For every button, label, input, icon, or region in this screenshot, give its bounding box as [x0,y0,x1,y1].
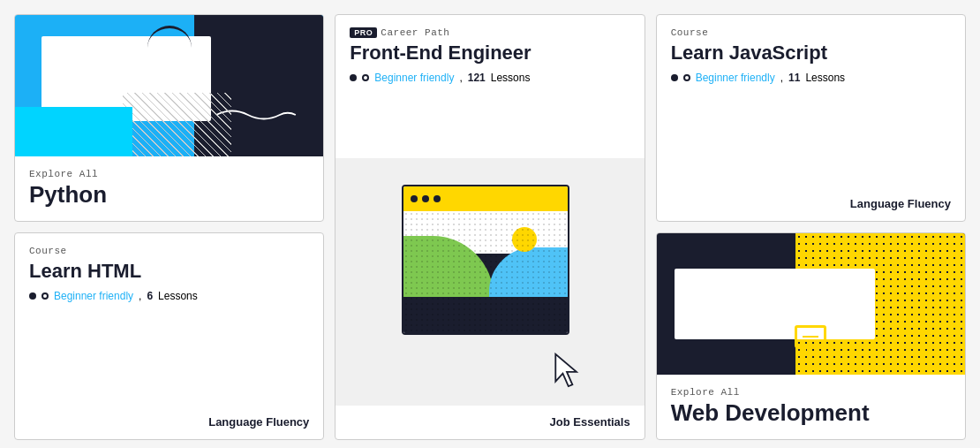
javascript-card-label: Course [671,27,951,38]
frontend-card-meta: Beginner friendly, 121 Lessons [350,72,629,84]
javascript-difficulty: Beginner friendly [696,72,775,84]
html-card-meta: Beginner friendly, 6 Lessons [29,290,309,302]
scene-dots-overlay [403,211,568,333]
javascript-card-meta: Beginner friendly, 11 Lessons [671,72,951,84]
monitor-stand-icon [803,348,818,355]
webdev-white-panel [675,269,875,339]
javascript-card[interactable]: Course Learn JavaScript Beginner friendl… [656,14,966,222]
pro-badge: PRO [350,27,377,38]
webdev-explore-label: Explore All [671,387,951,398]
frontend-card-label: PROCareer Path [350,27,629,38]
frontend-card-header: PROCareer Path Front-End Engineer Beginn… [335,15,644,158]
frontend-lessons-label: Lessons [491,72,531,84]
python-card-body: Explore All Python [15,156,323,221]
frontend-footer-label: Job Essentials [550,415,630,429]
python-card[interactable]: Explore All Python [14,14,324,222]
js-dot-empty-icon [683,74,690,81]
html-lessons-label: Lessons [158,290,198,302]
html-card-body: Course Learn HTML Beginner friendly, 6 L… [15,233,323,332]
browser-titlebar [403,186,568,211]
browser-content [403,211,568,333]
monitor-icon [795,325,826,348]
frontend-difficulty: Beginner friendly [374,72,454,84]
javascript-lessons-label: Lessons [805,72,845,84]
frontend-card[interactable]: PROCareer Path Front-End Engineer Beginn… [335,14,645,440]
browser-dot-2 [422,195,429,202]
webdev-card[interactable]: Explore All Web Development [656,232,966,440]
webdev-card-title: Web Development [671,399,951,427]
frontend-card-footer: Job Essentials [335,406,644,439]
frontend-card-title: Front-End Engineer [350,42,629,65]
python-card-title: Python [29,181,309,209]
html-card-label: Course [29,246,309,256]
browser-window [402,185,569,335]
frontend-illustration [335,158,644,406]
javascript-footer-label: Language Fluency [850,197,951,210]
html-card[interactable]: Course Learn HTML Beginner friendly, 6 L… [14,232,324,440]
html-dot-empty-icon [41,292,49,300]
html-dot-filled-icon [29,292,36,300]
javascript-lessons-count: 11 [788,72,800,84]
card-grid: Explore All Python PROCareer Path Front-… [14,14,966,440]
html-card-footer: Language Fluency [15,406,323,439]
javascript-card-footer: Language Fluency [657,187,965,221]
html-footer-label: Language Fluency [208,415,309,429]
html-difficulty: Beginner friendly [54,290,133,302]
dot-empty-icon [362,74,369,81]
webdev-card-body: Explore All Web Development [657,375,965,439]
js-dot-filled-icon [671,74,678,81]
dot-filled-icon [350,74,357,81]
browser-dot-3 [433,195,441,202]
html-lessons-count: 6 [147,290,153,302]
browser-dot-1 [411,195,418,202]
javascript-card-title: Learn JavaScript [671,42,951,65]
cursor-icon [551,353,583,388]
webdev-card-image [657,233,965,375]
browser-scene [402,185,578,379]
python-explore-label: Explore All [29,169,309,179]
javascript-card-body: Course Learn JavaScript Beginner friendl… [657,15,965,114]
svg-marker-0 [555,354,577,386]
frontend-lessons-count: 121 [468,72,486,84]
python-card-image [15,15,323,156]
html-card-title: Learn HTML [29,260,309,283]
